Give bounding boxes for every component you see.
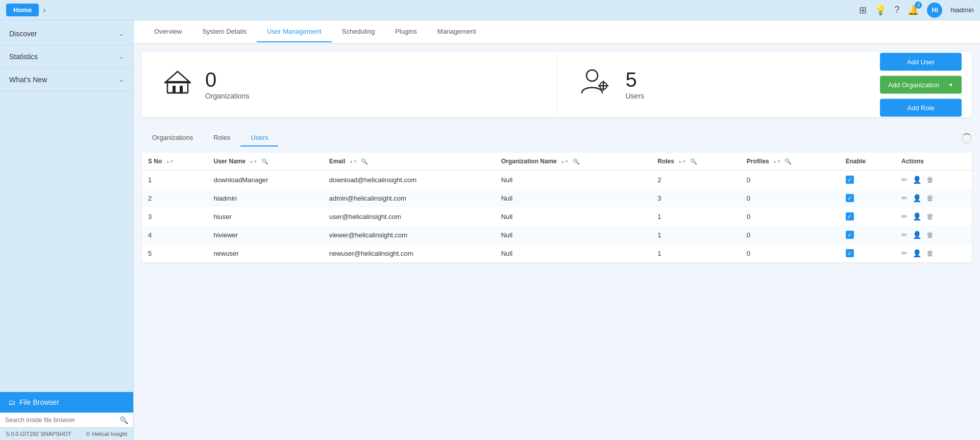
sidebar-menu: Discover ⌄ Statistics ⌄ What's New ⌄ (0, 20, 133, 392)
search-icon[interactable]: 🔍 (119, 416, 128, 424)
filter-icon[interactable]: 🔍 (690, 158, 697, 164)
filter-icon[interactable]: 🔍 (361, 158, 368, 164)
user-icon[interactable]: 👤 (913, 249, 921, 257)
sidebar-item-whats-new[interactable]: What's New ⌄ (0, 68, 133, 91)
tab-management[interactable]: Management (427, 21, 486, 42)
sort-icon[interactable]: ▲▼ (560, 159, 569, 164)
edit-icon[interactable]: ✏ (901, 194, 908, 202)
search-input[interactable] (5, 417, 116, 424)
top-nav-right: ⊞ 💡 ? 🔔 3 HI hiadmin (859, 3, 974, 18)
sort-icon[interactable]: ▲▼ (250, 159, 258, 164)
organization-icon (162, 66, 193, 103)
delete-icon[interactable]: 🗑 (926, 194, 934, 202)
cell-enable[interactable]: ✓ (840, 207, 895, 226)
cell-roles: 3 (651, 189, 740, 207)
help-icon-btn[interactable]: ? (894, 5, 899, 15)
bell-icon-btn[interactable]: 🔔 3 (908, 5, 919, 16)
cell-username: hiadmin (207, 189, 323, 207)
file-browser-label: File Browser (19, 398, 59, 406)
user-icon[interactable]: 👤 (913, 194, 921, 202)
delete-icon[interactable]: 🗑 (926, 212, 934, 221)
delete-icon[interactable]: 🗑 (926, 249, 934, 257)
add-organization-button[interactable]: Add Organization ▼ (880, 76, 962, 94)
cell-email: admin@helicalinsight.com (323, 189, 495, 207)
enable-checkbox[interactable]: ✓ (846, 212, 854, 221)
cell-actions: ✏ 👤 🗑 (895, 226, 972, 244)
grid-icon: ⊞ (859, 5, 867, 15)
table-row: 1 downloadManager download@helicalinsigh… (142, 170, 972, 189)
nav-chevron-icon[interactable]: › (43, 6, 45, 15)
th-username: User Name ▲▼ 🔍 (207, 153, 323, 170)
home-tab[interactable]: Home (6, 4, 39, 16)
sidebar-item-statistics[interactable]: Statistics ⌄ (0, 45, 133, 68)
add-user-button[interactable]: Add User (880, 53, 962, 71)
cell-email: user@helicalinsight.com (323, 207, 495, 226)
help-icon: ? (894, 5, 899, 15)
enable-checkbox[interactable]: ✓ (846, 249, 854, 257)
cell-email: newuser@helicalinsight.com (323, 244, 495, 262)
cell-org: Null (495, 244, 652, 262)
avatar[interactable]: HI (927, 3, 942, 18)
dropdown-arrow-icon: ▼ (948, 82, 953, 88)
cell-profiles: 0 (741, 207, 840, 226)
edit-icon[interactable]: ✏ (901, 176, 908, 184)
cell-org: Null (495, 226, 652, 244)
organizations-stat: 0 Organizations (142, 52, 557, 117)
user-icon[interactable]: 👤 (913, 231, 921, 239)
cell-username: downloadManager (207, 170, 323, 189)
sub-tab-organizations[interactable]: Organizations (142, 130, 203, 146)
delete-icon[interactable]: 🗑 (926, 176, 934, 184)
tab-system-details[interactable]: System Details (192, 21, 257, 42)
cell-username: hiuser (207, 207, 323, 226)
cell-enable[interactable]: ✓ (840, 189, 895, 207)
filter-icon[interactable]: 🔍 (785, 158, 792, 164)
loading-spinner (962, 133, 972, 143)
cell-roles: 1 (651, 226, 740, 244)
user-icon[interactable]: 👤 (913, 212, 921, 221)
cell-enable[interactable]: ✓ (840, 244, 895, 262)
sort-icon[interactable]: ▲▼ (349, 159, 357, 164)
page-content: 0 Organizations (134, 44, 980, 440)
cell-enable[interactable]: ✓ (840, 226, 895, 244)
sort-icon[interactable]: ▲▼ (166, 159, 174, 164)
bulb-icon-btn[interactable]: 💡 (875, 5, 886, 16)
filter-icon[interactable]: 🔍 (261, 158, 268, 164)
grid-icon-btn[interactable]: ⊞ (859, 5, 867, 16)
delete-icon[interactable]: 🗑 (926, 231, 934, 239)
file-browser-button[interactable]: 🗂 File Browser (0, 392, 133, 412)
cell-profiles: 0 (741, 189, 840, 207)
sort-icon[interactable]: ▲▼ (773, 159, 781, 164)
users-table: S No ▲▼ User Name ▲▼ 🔍 Email ▲▼ (142, 153, 972, 262)
cell-roles: 1 (651, 207, 740, 226)
cell-actions: ✏ 👤 🗑 (895, 170, 972, 189)
enable-checkbox[interactable]: ✓ (846, 231, 854, 239)
add-role-button[interactable]: Add Role (880, 99, 962, 117)
version-bar: 5.0.0.GIT282 SNAPSHOT © Helical Insight (0, 427, 133, 440)
tab-scheduling[interactable]: Scheduling (332, 21, 385, 42)
sidebar-item-discover-label: Discover (9, 30, 37, 38)
edit-icon[interactable]: ✏ (901, 212, 908, 221)
stats-panel: 0 Organizations (142, 52, 972, 117)
cell-email: download@helicalinsight.com (323, 170, 495, 189)
enable-checkbox[interactable]: ✓ (846, 194, 854, 202)
svg-marker-1 (165, 71, 190, 83)
copyright-label: © Helical Insight (86, 431, 127, 437)
th-profiles: Profiles ▲▼ 🔍 (741, 153, 840, 170)
sidebar-item-discover[interactable]: Discover ⌄ (0, 22, 133, 45)
users-icon (578, 66, 614, 103)
edit-icon[interactable]: ✏ (901, 231, 908, 239)
th-enable: Enable (840, 153, 895, 170)
tab-overview[interactable]: Overview (144, 21, 192, 42)
edit-icon[interactable]: ✏ (901, 249, 908, 257)
sub-tab-users[interactable]: Users (240, 130, 278, 146)
sub-tab-roles[interactable]: Roles (203, 130, 240, 146)
cell-enable[interactable]: ✓ (840, 170, 895, 189)
cell-org: Null (495, 207, 652, 226)
sort-icon[interactable]: ▲▼ (678, 159, 686, 164)
enable-checkbox[interactable]: ✓ (846, 176, 854, 184)
user-icon[interactable]: 👤 (913, 176, 921, 184)
filter-icon[interactable]: 🔍 (573, 158, 580, 164)
tab-user-management[interactable]: User Management (257, 21, 332, 42)
tab-plugins[interactable]: Plugins (385, 21, 427, 42)
sidebar: Discover ⌄ Statistics ⌄ What's New ⌄ 🗂 F… (0, 20, 134, 440)
